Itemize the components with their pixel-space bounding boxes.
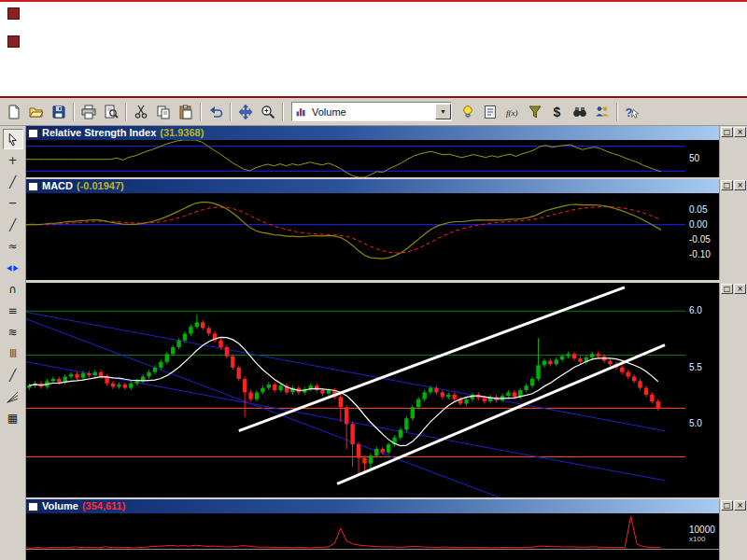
contacts-button[interactable] — [591, 101, 613, 123]
vertical-lines-tool[interactable]: |||| — [3, 343, 23, 364]
main-toolbar: Volume▼f(x)$? — [0, 98, 747, 126]
function-button[interactable]: f(x) — [501, 101, 524, 123]
x-axis-strip — [26, 549, 747, 560]
indicator-dropdown[interactable]: Volume▼ — [291, 102, 452, 121]
paste-button[interactable] — [175, 101, 197, 123]
dollar-icon: $ — [550, 105, 565, 119]
horizontal-line-tool[interactable]: ─ — [3, 193, 23, 214]
axis-label: x100 — [689, 535, 705, 544]
toolbar-separator — [73, 103, 75, 121]
trendline-icon: ╱ — [9, 176, 16, 188]
axis-label: 6.0 — [689, 306, 702, 315]
copy-button[interactable] — [152, 101, 175, 123]
diagonal-line-tool[interactable]: ╱ — [3, 215, 23, 235]
dropdown-arrow-icon[interactable]: ▼ — [435, 104, 451, 119]
macd-titlebar[interactable]: MACD (-0.01947) — [26, 179, 719, 193]
volume-chart[interactable]: 10000x100 — [26, 513, 719, 549]
new-icon — [7, 105, 21, 119]
line-icon: ╱ — [9, 370, 16, 381]
hatch-tool[interactable]: ▦ — [3, 408, 23, 428]
pan-button[interactable] — [234, 101, 257, 123]
curve-tool[interactable]: ≈ — [3, 236, 23, 257]
svg-text:f(x): f(x) — [506, 108, 518, 118]
cut-button[interactable] — [130, 101, 152, 123]
undo-button[interactable] — [204, 101, 227, 123]
fib-retracement-icon: ≡ — [7, 305, 17, 316]
maximize-button[interactable]: □ — [721, 500, 733, 511]
print-button[interactable] — [78, 101, 100, 123]
macd-chart[interactable]: 0.050.00-0.05-0.10 — [26, 193, 719, 280]
toolbar-separator — [125, 103, 127, 121]
pane-macd: MACD (-0.01947) 0.050.00-0.05-0.10 □ × — [26, 179, 747, 280]
workspace: +╱─╱≈∩≡≋||||╱▦ Relative Strength Index (… — [0, 126, 747, 560]
pane-value: (-0.01947) — [77, 181, 124, 191]
pane-menu-box[interactable] — [28, 182, 38, 191]
help-button[interactable]: ? — [621, 101, 643, 123]
fib-retracement-tool[interactable]: ≡ — [3, 301, 23, 321]
open-button[interactable] — [25, 101, 48, 123]
dropdown-value: Volume — [312, 106, 346, 118]
expert-icon — [483, 105, 498, 119]
new-button[interactable] — [3, 101, 25, 123]
close-button[interactable]: × — [734, 127, 746, 137]
pane-menu-box[interactable] — [28, 502, 38, 511]
pointer-tool[interactable] — [3, 129, 23, 149]
cut-icon — [134, 105, 148, 119]
svg-text:$: $ — [554, 105, 561, 119]
rsi-pane-controls: □ × — [719, 126, 747, 177]
toolbar-separator — [616, 103, 618, 121]
gann-fan-icon — [6, 390, 20, 404]
zoom-in-button[interactable] — [257, 101, 279, 123]
rsi-chart[interactable]: 50 — [26, 140, 719, 177]
function-icon: f(x) — [505, 105, 520, 119]
line-tool[interactable]: ╱ — [3, 365, 23, 385]
pane-title: Volume — [42, 501, 78, 511]
maximize-button[interactable]: □ — [721, 127, 733, 137]
curve-icon: ≈ — [7, 241, 17, 252]
axis-label: 5.0 — [689, 419, 702, 428]
close-button[interactable]: × — [734, 500, 746, 511]
price-chart[interactable]: 6.05.55.0 — [26, 283, 719, 497]
explorer-icon — [572, 105, 587, 119]
indicator-button[interactable] — [457, 101, 479, 123]
parallel-lines-tool[interactable]: ≋ — [3, 322, 23, 343]
axis-label: 50 — [689, 154, 699, 163]
scroll-tool[interactable] — [3, 258, 23, 278]
axis-label: 5.5 — [689, 363, 702, 372]
close-button[interactable]: × — [734, 284, 746, 294]
gann-fan-tool[interactable] — [3, 386, 23, 407]
indicator-icon — [460, 105, 475, 119]
crosshair-tool[interactable]: + — [3, 150, 23, 171]
parallel-lines-icon: ≋ — [7, 327, 17, 338]
rsi-titlebar[interactable]: Relative Strength Index (31.9368) — [26, 126, 719, 140]
pane-menu-box[interactable] — [28, 129, 38, 138]
print-preview-button[interactable] — [100, 101, 122, 123]
explorer-button[interactable] — [569, 101, 591, 123]
arc-icon: ∩ — [8, 284, 17, 295]
chart-window: Relative Strength Index (31.9368) 50 □ ×… — [26, 126, 747, 560]
print-icon — [81, 105, 96, 119]
maximize-button[interactable]: □ — [721, 284, 733, 294]
close-button[interactable]: × — [734, 180, 746, 190]
funnel-icon — [528, 105, 543, 119]
save-button[interactable] — [48, 101, 70, 123]
axis-label: 0.00 — [689, 220, 707, 230]
funnel-button[interactable] — [524, 101, 546, 123]
axis-label: 0.05 — [689, 205, 707, 215]
application-window: Volume▼f(x)$? +╱─╱≈∩≡≋||||╱▦ Relative St… — [0, 0, 747, 560]
pane-rsi: Relative Strength Index (31.9368) 50 □ × — [26, 126, 747, 177]
expert-button[interactable] — [479, 101, 501, 123]
pan-icon — [238, 105, 253, 119]
contacts-icon — [595, 105, 610, 119]
dollar-button[interactable]: $ — [546, 101, 569, 123]
trendline-tool[interactable]: ╱ — [3, 172, 23, 192]
volume-pane-controls: □ × — [719, 499, 747, 549]
toolbar-separator — [200, 103, 202, 121]
print-preview-icon — [104, 105, 119, 119]
axis-label: -0.05 — [689, 235, 711, 245]
volume-titlebar[interactable]: Volume (354,611) — [26, 499, 719, 513]
macd-pane-controls: □ × — [719, 179, 747, 280]
arc-tool[interactable]: ∩ — [3, 279, 23, 300]
maximize-button[interactable]: □ — [721, 180, 733, 190]
diagonal-line-icon: ╱ — [9, 219, 16, 231]
